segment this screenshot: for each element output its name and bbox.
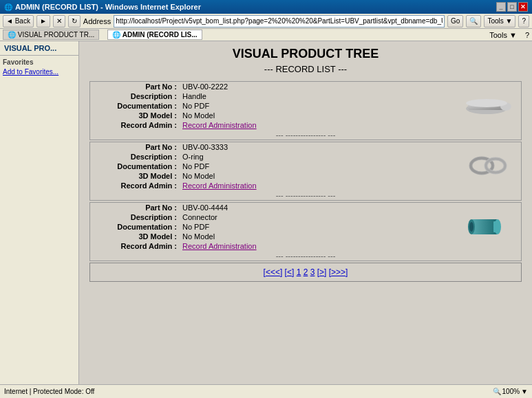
record-card-1: Part No : UBV-00-2222 — [89, 81, 522, 140]
admin-label-2: Record Admin : — [90, 181, 180, 190]
stop-button[interactable]: ✕ — [53, 15, 65, 27]
title-bar-controls: _ □ ✕ — [496, 2, 528, 12]
part-no-label-1: Part No : — [90, 82, 180, 91]
doc-value-3: No PDF — [180, 222, 452, 232]
content-area: VISUAL PRODUCT TREE --- RECORD LIST --- … — [79, 41, 532, 384]
tab-visual[interactable]: 🌐 VISUAL PRODUCT TR... — [3, 30, 99, 40]
forward-button[interactable]: ► — [36, 15, 50, 27]
record-admin-link-3[interactable]: Record Administration — [182, 242, 257, 250]
separator-3: --- ---------------- --- — [90, 251, 521, 261]
address-bar: Address Go — [83, 15, 464, 27]
part-no-value-3: UBV-00-4444 — [180, 203, 452, 212]
model-value-3: No Model — [180, 232, 452, 241]
sidebar: VISUAL PRO... Favorites Add to Favorites… — [0, 41, 79, 384]
model-label-3: 3D Model : — [90, 232, 180, 241]
window-title: ADMIN (RECORD LIST) - Windows Internet E… — [15, 3, 201, 11]
title-bar-left: 🌐 ADMIN (RECORD LIST) - Windows Internet… — [4, 3, 201, 11]
part-image-2 — [452, 142, 521, 190]
status-text: Internet | Protected Mode: Off — [4, 388, 94, 395]
separator-row-3: --- ---------------- --- — [90, 251, 521, 261]
tab-label: VISUAL PRODUCT TR... — [18, 31, 95, 38]
record-card-2: Part No : UBV-00-3333 — [89, 142, 522, 201]
close-button[interactable]: ✕ — [518, 2, 528, 12]
table-row: Part No : UBV-00-4444 — [90, 203, 521, 212]
record-table-2: Part No : UBV-00-3333 — [90, 142, 521, 200]
model-value-2: No Model — [180, 171, 452, 181]
help-button[interactable]: ? — [518, 15, 529, 27]
desc-label-3: Description : — [90, 212, 180, 222]
zoom-label: 🔍 — [493, 388, 501, 395]
add-favorite[interactable]: Add to Favorites... — [3, 68, 76, 76]
zoom-value: 100% — [502, 388, 520, 395]
admin-label-3: Record Admin : — [90, 241, 180, 251]
tab-admin[interactable]: 🌐 ADMIN (RECORD LIS... — [107, 30, 202, 40]
zoom-controls: 🔍 100% ▼ — [493, 388, 528, 395]
doc-value-2: No PDF — [180, 162, 452, 171]
doc-label-2: Documentation : — [90, 162, 180, 171]
pagination-page-3[interactable]: 3 — [310, 267, 315, 277]
svg-point-3 — [466, 99, 507, 107]
connector-shape — [465, 209, 509, 243]
table-row: Part No : UBV-00-3333 — [90, 142, 521, 152]
doc-value-1: No PDF — [180, 101, 452, 111]
minimize-button[interactable]: _ — [496, 2, 506, 12]
separator-2: --- ---------------- --- — [90, 190, 521, 200]
record-admin-link-1[interactable]: Record Administration — [182, 121, 257, 129]
pagination-prev[interactable]: [<] — [285, 267, 295, 277]
admin-label-1: Record Admin : — [90, 120, 180, 130]
doc-label-1: Documentation : — [90, 101, 180, 111]
help-menu[interactable]: ? — [525, 31, 529, 39]
desc-value-1: Handle — [180, 91, 452, 101]
status-bar: Internet | Protected Mode: Off 🔍 100% ▼ — [0, 384, 532, 398]
pagination-next[interactable]: [>] — [317, 267, 327, 277]
doc-label-3: Documentation : — [90, 222, 180, 232]
pagination-page-1[interactable]: 1 — [297, 267, 301, 277]
part-no-value-1: UBV-00-2222 — [180, 82, 452, 91]
oring-shape — [462, 148, 511, 183]
separator-row-1: --- ---------------- --- — [90, 130, 521, 140]
part-no-label-3: Part No : — [90, 203, 180, 212]
sidebar-tab[interactable]: VISUAL PRO... — [0, 41, 78, 56]
svg-point-7 — [486, 159, 505, 173]
record-table-3: Part No : UBV-00-4444 — [90, 203, 521, 261]
pagination-page-2[interactable]: 2 — [304, 267, 308, 277]
address-input[interactable] — [114, 15, 445, 27]
back-button[interactable]: ◄ Back — [3, 15, 34, 27]
page-title: VISUAL PRODUCT TREE — [86, 47, 525, 61]
window-icon: 🌐 — [4, 3, 12, 11]
svg-rect-11 — [493, 221, 499, 232]
desc-label-1: Description : — [90, 91, 180, 101]
tab-admin-label: ADMIN (RECORD LIS... — [123, 31, 198, 38]
tab-icon: 🌐 — [8, 31, 16, 38]
separator-1: --- ---------------- --- — [90, 130, 521, 140]
record-card-3: Part No : UBV-00-4444 — [89, 202, 522, 261]
go-button[interactable]: Go — [447, 15, 463, 27]
pagination-bar: [<<<] [<] 1 2 3 [>] [>>>] — [89, 263, 522, 282]
ie-toolbar: ◄ Back ► ✕ ↻ Address Go 🔍 Tools ▼ ? — [0, 14, 532, 29]
title-bar: 🌐 ADMIN (RECORD LIST) - Windows Internet… — [0, 0, 532, 14]
desc-value-2: O-ring — [180, 152, 452, 162]
ie-menu-bar: 🌐 VISUAL PRODUCT TR... 🌐 ADMIN (RECORD L… — [0, 29, 532, 41]
part-no-value-2: UBV-00-3333 — [180, 142, 452, 152]
svg-point-12 — [469, 222, 474, 232]
refresh-button[interactable]: ↻ — [68, 15, 81, 27]
table-row: Part No : UBV-00-2222 — [90, 82, 521, 91]
admin-link-3[interactable]: Record Administration — [180, 241, 452, 251]
admin-link-2[interactable]: Record Administration — [180, 181, 452, 190]
pagination-last[interactable]: [>>>] — [329, 267, 348, 277]
handle-shape — [461, 91, 513, 119]
tab-admin-icon: 🌐 — [112, 31, 120, 38]
model-label-2: 3D Model : — [90, 171, 180, 181]
maximize-button[interactable]: □ — [507, 2, 517, 12]
address-label: Address — [83, 17, 111, 25]
search-button[interactable]: 🔍 — [466, 15, 481, 27]
record-admin-link-2[interactable]: Record Administration — [182, 181, 257, 190]
separator-row-2: --- ---------------- --- — [90, 190, 521, 200]
admin-link-1[interactable]: Record Administration — [180, 120, 452, 130]
tools-menu[interactable]: Tools ▼ — [489, 31, 517, 39]
model-label-1: 3D Model : — [90, 111, 180, 120]
zoom-dropdown[interactable]: ▼ — [521, 388, 528, 395]
page-subtitle: --- RECORD LIST --- — [86, 64, 525, 74]
pagination-first[interactable]: [<<<] — [264, 267, 283, 277]
tools-button[interactable]: Tools ▼ — [484, 15, 515, 27]
